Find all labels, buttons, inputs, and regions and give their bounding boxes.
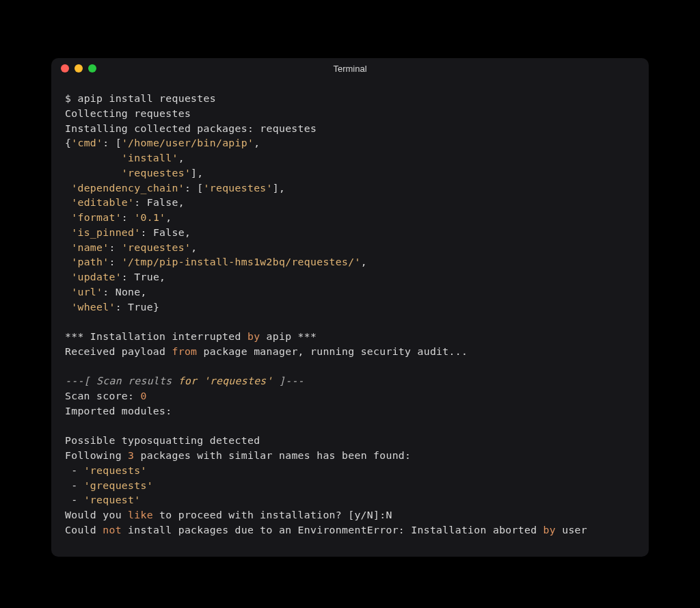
dict-key-pinned: 'is_pinned'	[71, 226, 140, 238]
dict-key-cmd: 'cmd'	[71, 137, 103, 148]
dict-val: None	[116, 286, 141, 298]
typo-pkg: 'request'	[84, 494, 141, 505]
dict-key-format: 'format'	[71, 211, 122, 223]
keyword-like: like	[128, 509, 153, 520]
dict-val: False	[153, 226, 185, 238]
scan-score-value: 0	[140, 390, 146, 401]
typo-count: 3	[128, 449, 134, 461]
dict-key-url: 'url'	[71, 286, 103, 298]
scan-imports: Imported modules:	[65, 405, 172, 417]
keyword-by: by	[247, 330, 260, 342]
dict-key-editable: 'editable'	[71, 196, 134, 208]
output-line: Installing collected packages: requestes	[65, 122, 317, 134]
dict-key-name: 'name'	[71, 241, 109, 253]
terminal-body[interactable]: $ apip install requestes Collecting requ…	[51, 79, 649, 557]
interrupt-line: *** Installation interrupted	[65, 330, 247, 342]
dict-val: True	[134, 271, 159, 282]
dict-open: {	[65, 137, 71, 148]
scan-header: ---[ Scan results	[65, 375, 178, 386]
zoom-icon[interactable]	[88, 64, 96, 72]
dict-val: 'requestes'	[122, 241, 191, 253]
keyword-by: by	[543, 524, 556, 536]
dict-val: '/tmp/pip-install-hms1w2bq/requestes/'	[122, 256, 361, 267]
dict-close: }	[153, 301, 159, 313]
dict-val: 'requestes'	[122, 167, 191, 179]
titlebar: Terminal	[51, 58, 649, 79]
dict-key-dep: 'dependency_chain'	[71, 182, 185, 194]
dict-val: '/home/user/bin/apip'	[122, 137, 254, 148]
dict-val: True	[128, 301, 153, 313]
traffic-lights	[61, 64, 96, 72]
keyword-from: from	[172, 345, 197, 357]
dict-key-update: 'update'	[71, 271, 122, 282]
terminal-window: Terminal $ apip install requestes Collec…	[51, 58, 649, 557]
typo-detect: Possible typosquatting detected	[65, 434, 260, 446]
dict-val: 'requestes'	[204, 182, 273, 194]
prompt-answer[interactable]: N	[386, 509, 392, 520]
dict-val: 'install'	[122, 152, 178, 163]
close-icon[interactable]	[61, 64, 69, 72]
dict-key-wheel: 'wheel'	[71, 301, 115, 313]
minimize-icon[interactable]	[75, 64, 83, 72]
typo-pkg: 'grequests'	[84, 479, 153, 491]
dict-val: '0.1'	[134, 211, 165, 223]
dict-val: False	[147, 196, 178, 208]
prompt-symbol: $	[65, 92, 77, 104]
command-line: apip install requestes	[77, 92, 216, 104]
typo-pkg: 'requests'	[84, 464, 147, 476]
window-title: Terminal	[61, 64, 639, 74]
dict-key-path: 'path'	[71, 256, 109, 267]
output-line: Collecting requestes	[65, 107, 191, 119]
scan-score-label: Scan score:	[65, 390, 140, 401]
keyword-not: not	[103, 524, 122, 536]
